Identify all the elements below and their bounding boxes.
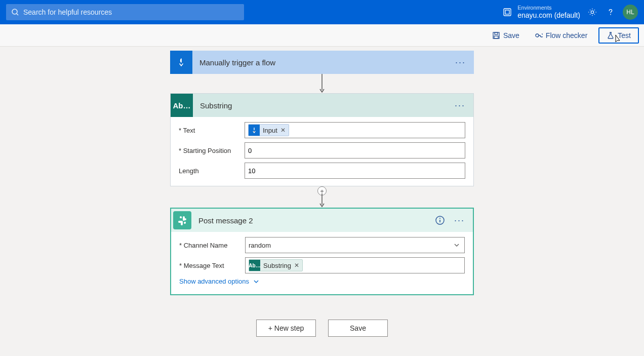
remove-token-icon[interactable]: ✕ — [280, 127, 286, 134]
trigger-icon — [249, 125, 260, 136]
post-message-card[interactable]: Post message 2 ··· Channel Name random M… — [170, 208, 474, 295]
channel-label: Channel Name — [179, 242, 245, 249]
svg-point-4 — [591, 11, 593, 13]
advanced-label: Show advanced options — [179, 278, 249, 285]
svg-rect-3 — [505, 10, 509, 14]
text-label: Text — [179, 127, 245, 134]
save-button-label: Save — [503, 31, 519, 39]
slack-icon — [173, 211, 191, 229]
search-box[interactable] — [6, 4, 244, 20]
environment-icon — [502, 7, 512, 17]
action-toolbar: Save Flow checker Test — [0, 24, 644, 47]
channel-value: random — [249, 242, 271, 249]
svg-point-9 — [536, 34, 539, 37]
gear-icon[interactable] — [586, 6, 598, 18]
substring-icon: Ab… — [249, 260, 260, 271]
save-flow-button[interactable]: Save — [328, 320, 388, 337]
save-button[interactable]: Save — [488, 28, 524, 43]
message-label: Message Text — [179, 262, 245, 269]
flow-checker-button[interactable]: Flow checker — [531, 28, 591, 43]
chevron-down-icon[interactable] — [453, 242, 460, 249]
channel-field[interactable]: random — [245, 237, 465, 253]
post-message-title: Post message 2 — [198, 216, 428, 225]
bottom-buttons: + New step Save — [256, 320, 388, 337]
flow-checker-label: Flow checker — [546, 31, 587, 39]
environment-picker[interactable]: Environments enayu.com (default) — [502, 5, 580, 20]
svg-point-13 — [439, 218, 440, 219]
length-field[interactable] — [245, 163, 465, 179]
more-icon[interactable]: ··· — [453, 57, 468, 68]
svg-rect-2 — [504, 9, 511, 16]
svg-line-1 — [17, 14, 18, 15]
svg-rect-8 — [494, 36, 498, 38]
input-token[interactable]: Input ✕ — [248, 124, 289, 136]
substring-token[interactable]: Ab… Substring ✕ — [249, 259, 303, 271]
more-icon[interactable]: ··· — [452, 215, 467, 226]
avatar[interactable]: HL — [623, 5, 638, 20]
remove-token-icon[interactable]: ✕ — [294, 262, 299, 269]
flow-arrow — [319, 74, 325, 93]
message-field[interactable]: Ab… Substring ✕ — [245, 257, 465, 273]
flow-arrow: + — [317, 186, 327, 208]
substring-icon: Ab… — [171, 94, 193, 117]
trigger-card[interactable]: Manually trigger a flow ··· — [170, 51, 474, 74]
svg-rect-7 — [495, 32, 498, 34]
start-input[interactable] — [248, 147, 462, 154]
show-advanced-options[interactable]: Show advanced options — [179, 278, 465, 285]
token-label: Substring — [263, 262, 291, 269]
help-icon[interactable] — [605, 6, 617, 18]
test-button-label: Test — [618, 31, 631, 39]
new-step-button[interactable]: + New step — [256, 320, 316, 337]
substring-card[interactable]: Ab… Substring ··· Text Input ✕ Start — [170, 93, 474, 186]
top-bar: Environments enayu.com (default) HL — [0, 0, 644, 24]
length-input[interactable] — [248, 167, 462, 175]
start-field[interactable] — [245, 142, 465, 159]
token-label: Input — [263, 127, 277, 134]
trigger-icon — [170, 51, 192, 74]
start-label: Starting Position — [179, 147, 245, 154]
chevron-down-icon — [253, 279, 259, 285]
svg-point-5 — [610, 14, 611, 15]
text-field[interactable]: Input ✕ — [245, 122, 465, 138]
environment-label: Environments — [517, 5, 580, 11]
length-label: Length — [179, 167, 245, 175]
environment-name: enayu.com (default) — [517, 11, 580, 20]
flow-canvas: Manually trigger a flow ··· Ab… Substrin… — [0, 47, 644, 337]
search-icon — [11, 8, 19, 16]
substring-title: Substring — [200, 101, 446, 110]
search-input[interactable] — [23, 8, 239, 16]
svg-point-0 — [12, 9, 17, 14]
test-button[interactable]: Test — [598, 27, 639, 44]
info-icon[interactable] — [435, 215, 445, 225]
trigger-title: Manually trigger a flow — [199, 58, 446, 67]
more-icon[interactable]: ··· — [453, 100, 467, 111]
